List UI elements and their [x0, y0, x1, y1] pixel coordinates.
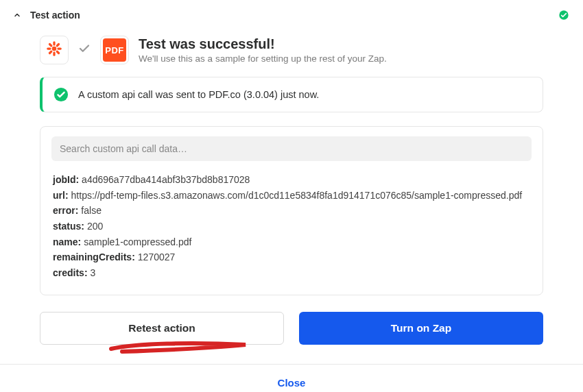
success-banner: A custom api call was sent to PDF.co (3.…	[40, 77, 543, 112]
svg-rect-6	[48, 50, 53, 55]
field-key: credits:	[53, 265, 88, 281]
field-key: error:	[53, 203, 78, 219]
pdfco-icon: PDF	[103, 38, 126, 62]
panel-content: PDF Test was successful! We'll use this …	[0, 23, 583, 345]
field-value: sample1-compressed.pdf	[84, 234, 191, 250]
action-buttons: Retest action Turn on Zap	[40, 312, 543, 345]
result-data-card: jobId: a4d696a77dba414abf3b37bd8b817028 …	[40, 126, 543, 295]
field-row: error: false	[53, 203, 530, 219]
check-icon	[78, 42, 91, 58]
success-banner-message: A custom api call was sent to PDF.co (3.…	[78, 89, 319, 100]
turn-on-zap-button[interactable]: Turn on Zap	[299, 312, 543, 345]
app-pdfco-box: PDF	[100, 36, 129, 64]
field-key: status:	[53, 219, 84, 234]
field-value: 1270027	[138, 249, 176, 265]
svg-rect-4	[57, 47, 62, 49]
field-key: name:	[53, 234, 81, 250]
result-field-list: jobId: a4d696a77dba414abf3b37bd8b817028 …	[51, 172, 532, 281]
field-row: credits: 3	[53, 265, 530, 281]
result-subheading: We'll use this as a sample for setting u…	[139, 53, 387, 64]
panel-footer: Close	[0, 364, 583, 389]
panel-header: Test action	[0, 0, 583, 23]
pdfco-icon-label: PDF	[105, 45, 124, 56]
field-row: status: 200	[53, 219, 530, 234]
app-zapier-box	[40, 36, 69, 64]
close-button[interactable]: Close	[278, 377, 306, 389]
search-input[interactable]	[51, 136, 532, 161]
field-value: https://pdf-temp-files.s3.amazonaws.com/…	[71, 188, 523, 204]
svg-rect-2	[53, 51, 55, 56]
svg-rect-8	[56, 50, 60, 55]
test-action-panel: Test action PDF Test was successful! We'…	[0, 0, 583, 389]
field-key: jobId:	[53, 172, 79, 188]
svg-point-9	[52, 47, 57, 51]
field-row: remainingCredits: 1270027	[53, 249, 530, 265]
success-check-icon	[53, 87, 69, 102]
result-header-text: Test was successful! We'll use this as a…	[139, 36, 387, 64]
result-heading: Test was successful!	[139, 36, 387, 52]
field-row: name: sample1-compressed.pdf	[53, 234, 530, 250]
svg-rect-1	[53, 41, 55, 45]
zapier-icon	[45, 40, 63, 60]
field-row: jobId: a4d696a77dba414abf3b37bd8b817028	[53, 172, 530, 188]
field-value: a4d696a77dba414abf3b37bd8b817028	[82, 172, 250, 188]
retest-action-button[interactable]: Retest action	[40, 312, 284, 345]
result-header: PDF Test was successful! We'll use this …	[40, 36, 543, 64]
field-value: false	[81, 203, 102, 219]
field-row: url: https://pdf-temp-files.s3.amazonaws…	[53, 188, 530, 204]
svg-rect-5	[56, 42, 60, 47]
field-key: url:	[53, 188, 69, 204]
panel-title: Test action	[30, 10, 80, 21]
field-value: 3	[91, 265, 96, 281]
field-key: remainingCredits:	[53, 249, 135, 265]
status-success-icon	[558, 10, 569, 21]
field-value: 200	[87, 219, 103, 234]
chevron-up-icon[interactable]	[12, 10, 22, 20]
svg-rect-7	[48, 42, 53, 47]
svg-rect-3	[47, 47, 51, 49]
